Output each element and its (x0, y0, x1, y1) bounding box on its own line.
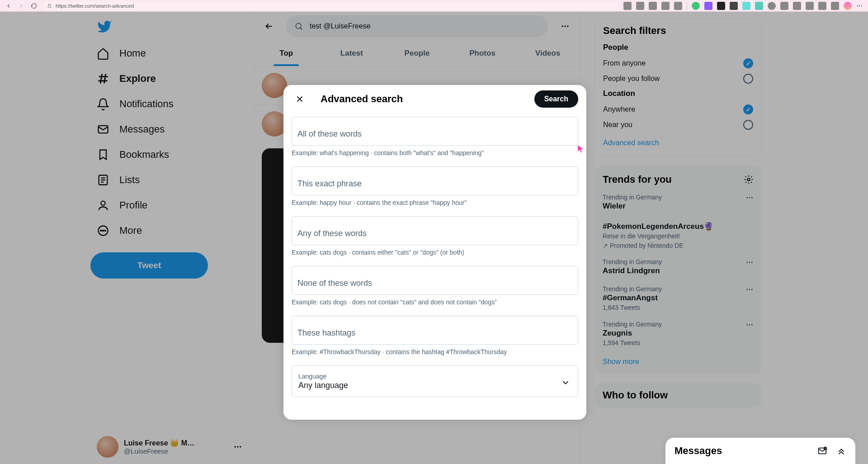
nav-forward-icon[interactable] (18, 3, 24, 9)
ext-icon[interactable] (623, 2, 632, 10)
ext-icon[interactable] (793, 2, 801, 10)
hashtags-input[interactable]: These hashtags (292, 316, 578, 345)
search-button[interactable]: Search (534, 90, 578, 108)
chevron-up-double-icon[interactable] (836, 446, 846, 456)
all-words-input[interactable]: All of these words (292, 117, 578, 146)
ext-icon[interactable] (730, 2, 738, 10)
all-words-hint: Example: what's happening · contains bot… (292, 149, 578, 156)
ext-icon[interactable] (636, 2, 644, 10)
none-words-input[interactable]: None of these words (292, 266, 578, 295)
nav-back-icon[interactable] (5, 3, 12, 9)
ext-icon[interactable] (742, 2, 750, 10)
messages-drawer[interactable]: Messages (665, 438, 855, 464)
url-bar[interactable]: https://twitter.com/search-advanced (42, 1, 618, 10)
ext-icon[interactable] (704, 2, 712, 10)
ext-icon[interactable] (661, 2, 670, 10)
ext-icon[interactable] (806, 2, 814, 10)
browser-extensions (623, 2, 863, 10)
ext-icon[interactable] (649, 2, 657, 10)
language-dropdown[interactable]: Language Any language (292, 365, 578, 397)
ext-icon[interactable] (692, 2, 700, 10)
ext-icon[interactable] (674, 2, 682, 10)
svg-point-3 (861, 5, 862, 6)
advanced-search-modal: Advanced search Search All of these word… (283, 85, 586, 420)
nav-reload-icon[interactable] (31, 3, 37, 9)
exact-phrase-hint: Example: happy hour · contains the exact… (292, 199, 578, 206)
hashtags-hint: Example: #ThrowbackThursday · contains t… (292, 348, 578, 355)
ext-icon[interactable] (844, 2, 852, 10)
ext-icon[interactable] (831, 2, 839, 10)
overflow-icon[interactable] (856, 3, 863, 9)
lock-icon (47, 3, 52, 8)
none-words-hint: Example: cats dogs · does not contain "c… (292, 298, 578, 306)
any-words-hint: Example: cats dogs · contains either "ca… (292, 249, 578, 256)
exact-phrase-input[interactable]: This exact phrase (292, 166, 578, 195)
close-button[interactable] (292, 91, 308, 107)
ext-icon[interactable] (755, 2, 763, 10)
svg-point-1 (857, 5, 858, 6)
cursor-pointer-icon (577, 144, 585, 154)
chevron-down-icon (561, 378, 571, 388)
svg-rect-0 (48, 5, 51, 8)
modal-title: Advanced search (321, 93, 522, 105)
ext-icon[interactable] (717, 2, 725, 10)
ext-icon[interactable] (768, 2, 776, 10)
ext-icon[interactable] (818, 2, 826, 10)
close-icon (295, 94, 305, 104)
any-words-input[interactable]: Any of these words (292, 216, 578, 245)
messages-title: Messages (675, 445, 817, 457)
ext-icon[interactable] (780, 2, 788, 10)
url-text: https://twitter.com/search-advanced (56, 3, 134, 9)
new-message-icon[interactable] (817, 446, 827, 456)
browser-toolbar: https://twitter.com/search-advanced (0, 0, 868, 12)
svg-point-2 (859, 5, 860, 6)
